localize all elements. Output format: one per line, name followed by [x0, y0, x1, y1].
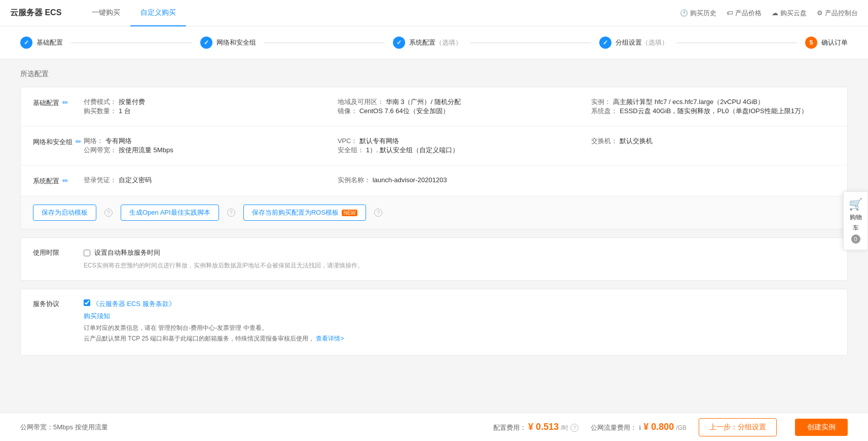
product-price-link[interactable]: 🏷 产品价格 [727, 9, 762, 18]
switch-row: 交换机： 默认交换机 [591, 137, 835, 146]
auto-release-checkbox[interactable] [84, 250, 90, 256]
tcp-note: 云产品默认禁用 TCP 25 端口和基于此端口的邮箱服务，特殊情况需报备审核后使… [84, 334, 835, 343]
service-agreement-label: 服务协议 [33, 299, 84, 345]
header-right: 🕐 购买历史 🏷 产品价格 ☁ 购买云盘 ⚙ 产品控制台 [680, 9, 858, 18]
auto-release-row: 设置自动释放服务时间 [84, 248, 835, 257]
invoice-note: 订单对应的发票信息，请在 管理控制台-费用中心-发票管理 中查看。 [84, 324, 835, 332]
system-col-2: 实例名称： launch-advisor-20201203 [338, 176, 582, 186]
security-group-row: 安全组： 1）. 默认安全组（自定义端口） [338, 146, 582, 155]
product-console-link[interactable]: ⚙ 产品控制台 [817, 9, 858, 18]
system-config-label: 系统配置 ✏ [33, 176, 84, 186]
logo: 云服务器 ECS [10, 8, 61, 18]
nav-item-yijian[interactable]: 一键购买 [82, 0, 130, 26]
cart-label-1: 购物 [850, 213, 862, 222]
step-3: ✓ 系统配置（选填） [393, 37, 462, 49]
main-content: 所选配置 基础配置 ✏ 付费模式： 按量付费 购买数量： 1 台 [0, 59, 868, 404]
header-nav: 一键购买 自定义购买 [82, 0, 186, 26]
system-config-section: 系统配置 ✏ 登录凭证： 自定义密码 实例名称： launch-advisor-… [21, 165, 847, 196]
basic-config-content: 付费模式： 按量付费 购买数量： 1 台 地域及可用区： 华南 3（广州）/ 随… [84, 97, 835, 116]
agreement-link[interactable]: 《云服务器 ECS 服务条款》 [92, 300, 175, 308]
basic-col-1: 付费模式： 按量付费 购买数量： 1 台 [84, 97, 328, 116]
save-ros-help-icon[interactable]: ? [374, 209, 382, 217]
network-config-label: 网络和安全组 ✏ [33, 137, 84, 155]
basic-config-label: 基础配置 ✏ [33, 97, 84, 116]
save-ros-button[interactable]: 保存当前购买配置为ROS模板 NEW [243, 205, 367, 221]
step-1: ✓ 基础配置 [20, 37, 63, 49]
step-4: ✓ 分组设置（选填） [599, 37, 668, 49]
checkmark-icon: ✓ [24, 39, 29, 46]
step-2-circle: ✓ [200, 37, 212, 49]
generate-api-button[interactable]: 生成Open API最佳实践脚本 [121, 205, 219, 221]
agreement-checkbox-line: 《云服务器 ECS 服务条款》 [84, 299, 835, 309]
image-row: 镜像： CentOS 7.6 64位（安全加固） [338, 107, 582, 116]
step-2: ✓ 网络和安全组 [200, 37, 256, 49]
instance-name-row: 实例名称： launch-advisor-20201203 [338, 176, 582, 185]
save-template-help-icon[interactable]: ? [104, 209, 113, 217]
network-config-section: 网络和安全组 ✏ 网络： 专有网络 公网带宽： 按使用流量 5Mbps [21, 126, 847, 165]
action-buttons-area: 保存为启动模板 ? 生成Open API最佳实践脚本 ? 保存当前购买配置为RO… [21, 196, 847, 229]
step-5-label: 确认订单 [821, 38, 848, 47]
service-agreement-content: 《云服务器 ECS 服务条款》 购买须知 订单对应的发票信息，请在 管理控制台-… [84, 299, 835, 345]
basic-edit-icon[interactable]: ✏ [62, 98, 68, 107]
steps-bar: ✓ 基础配置 ✓ 网络和安全组 ✓ 系统配置（选填） ✓ 分组设置（选填） 5 … [0, 26, 868, 59]
auto-release-label: 设置自动释放服务时间 [94, 248, 160, 257]
step-line-1 [71, 43, 192, 43]
service-agreement-section: 服务协议 《云服务器 ECS 服务条款》 购买须知 订单对应的发票信息，请在 管… [20, 289, 848, 356]
system-config-content: 登录凭证： 自定义密码 实例名称： launch-advisor-2020120… [84, 176, 835, 186]
checkmark-icon-4: ✓ [603, 39, 608, 46]
basic-col-3: 实例： 高主频计算型 hfc7 / ecs.hfc7.large（2vCPU 4… [591, 97, 835, 116]
charge-mode-row: 付费模式： 按量付费 [84, 97, 328, 107]
step-2-label: 网络和安全组 [216, 38, 256, 47]
buttons-row: 保存为启动模板 ? 生成Open API最佳实践脚本 ? 保存当前购买配置为RO… [33, 205, 835, 221]
instance-row: 实例： 高主频计算型 hfc7 / ecs.hfc7.large（2vCPU 4… [591, 97, 835, 107]
login-cred-row: 登录凭证： 自定义密码 [84, 176, 328, 185]
system-edit-icon[interactable]: ✏ [62, 177, 68, 185]
step-line-4 [676, 43, 798, 43]
config-card: 基础配置 ✏ 付费模式： 按量付费 购买数量： 1 台 地域及可用区： [20, 87, 848, 229]
purchase-note-line: 购买须知 [84, 312, 835, 321]
gear-icon: ⚙ [817, 9, 823, 17]
basic-col-2: 地域及可用区： 华南 3（广州）/ 随机分配 镜像： CentOS 7.6 64… [338, 97, 582, 116]
cart-float[interactable]: 🛒 购物 车 0 [843, 191, 868, 250]
generate-api-help-icon[interactable]: ? [227, 209, 235, 217]
tcp-link[interactable]: 查看详情> [316, 335, 344, 342]
agreement-checkbox[interactable] [84, 299, 90, 306]
region-row: 地域及可用区： 华南 3（广州）/ 随机分配 [338, 97, 582, 107]
usage-limit-content: 设置自动释放服务时间 ECS实例将在您预约的时间点进行释放，实例释放后数据及IP… [84, 248, 835, 270]
purchase-note-link[interactable]: 购买须知 [84, 312, 110, 320]
sysdisk-row: 系统盘： ESSD云盘 40GiB，随实例释放，PL0（单盘IOPS性能上限1万… [591, 107, 835, 116]
buy-cloud-disk-link[interactable]: ☁ 购买云盘 [772, 9, 807, 18]
network-edit-icon[interactable]: ✏ [76, 138, 82, 146]
usage-limit-label: 使用时限 [33, 248, 84, 270]
step-4-circle: ✓ [599, 37, 611, 49]
header: 云服务器 ECS 一键购买 自定义购买 🕐 购买历史 🏷 产品价格 ☁ 购买云盘… [0, 0, 868, 26]
system-col-1: 登录凭证： 自定义密码 [84, 176, 328, 186]
cart-icon: 🛒 [849, 198, 862, 211]
cart-badge: 0 [851, 234, 860, 244]
nav-item-custom[interactable]: 自定义购买 [130, 0, 186, 26]
ros-new-badge: NEW [342, 210, 357, 216]
save-template-button[interactable]: 保存为启动模板 [33, 205, 96, 221]
cloud-icon: ☁ [772, 9, 778, 17]
step-3-circle: ✓ [393, 37, 405, 49]
usage-limit-section: 使用时限 设置自动释放服务时间 ECS实例将在您预约的时间点进行释放，实例释放后… [20, 238, 848, 281]
basic-config-section: 基础配置 ✏ 付费模式： 按量付费 购买数量： 1 台 地域及可用区： [21, 87, 847, 126]
step-1-label: 基础配置 [37, 38, 63, 47]
checkmark-icon-2: ✓ [204, 39, 209, 46]
system-col-3 [591, 176, 835, 186]
network-col-1: 网络： 专有网络 公网带宽： 按使用流量 5Mbps [84, 137, 328, 155]
vpc-row: VPC： 默认专有网络 [338, 137, 582, 146]
tag-icon: 🏷 [727, 9, 733, 17]
network-col-3: 交换机： 默认交换机 [591, 137, 835, 155]
step-1-circle: ✓ [20, 37, 32, 49]
cart-label-2: 车 [853, 224, 859, 232]
quantity-row: 购买数量： 1 台 [84, 107, 328, 116]
step-3-label: 系统配置（选填） [409, 38, 462, 47]
clock-icon: 🕐 [680, 9, 688, 17]
network-config-content: 网络： 专有网络 公网带宽： 按使用流量 5Mbps VPC： 默认专有网络 安… [84, 137, 835, 155]
step-line-3 [470, 43, 591, 43]
checkmark-icon-3: ✓ [396, 39, 402, 46]
step-5: 5 确认订单 [805, 37, 848, 49]
purchase-history-link[interactable]: 🕐 购买历史 [680, 9, 716, 18]
network-type-row: 网络： 专有网络 [84, 137, 328, 146]
